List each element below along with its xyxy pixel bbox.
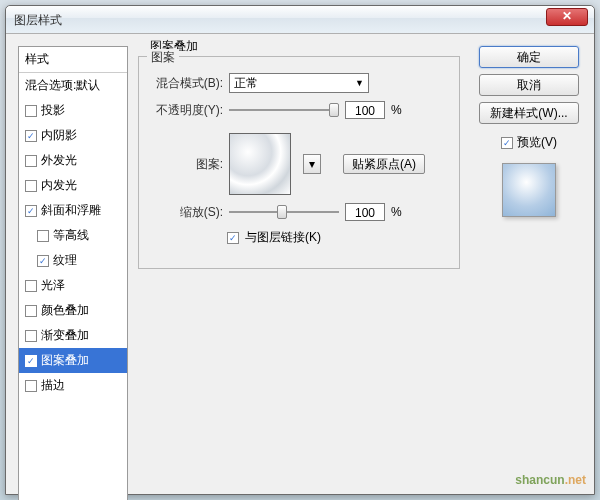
sidebar-header: 样式 — [19, 47, 127, 73]
sidebar-item-7[interactable]: 光泽 — [19, 273, 127, 298]
style-checkbox[interactable] — [37, 230, 49, 242]
sidebar-item-8[interactable]: 颜色叠加 — [19, 298, 127, 323]
sidebar-item-4[interactable]: ✓斜面和浮雕 — [19, 198, 127, 223]
preview-checkbox[interactable]: ✓ — [501, 137, 513, 149]
sidebar-item-1[interactable]: ✓内阴影 — [19, 123, 127, 148]
titlebar[interactable]: 图层样式 ✕ — [6, 6, 594, 34]
style-checkbox[interactable]: ✓ — [25, 205, 37, 217]
style-checkbox[interactable] — [25, 180, 37, 192]
style-checkbox[interactable] — [25, 105, 37, 117]
sidebar-item-0[interactable]: 投影 — [19, 98, 127, 123]
settings-panel: 图案叠加 图案 混合模式(B): 正常 ▼ 不透明度(Y): 100 — [138, 46, 460, 500]
preview-label: 预览(V) — [517, 134, 557, 151]
pattern-label: 图案: — [149, 156, 223, 173]
opacity-row: 不透明度(Y): 100 % — [149, 101, 449, 119]
watermark: shancun.net — [515, 470, 586, 488]
sidebar-item-label: 外发光 — [41, 152, 77, 169]
cancel-button[interactable]: 取消 — [479, 74, 579, 96]
style-checkbox[interactable]: ✓ — [25, 130, 37, 142]
blend-mode-dropdown[interactable]: 正常 ▼ — [229, 73, 369, 93]
right-buttons: 确定 取消 新建样式(W)... ✓ 预览(V) — [476, 46, 582, 217]
sidebar-item-label: 颜色叠加 — [41, 302, 89, 319]
style-checkbox[interactable] — [25, 280, 37, 292]
sidebar-item-label: 内发光 — [41, 177, 77, 194]
sidebar-item-label: 图案叠加 — [41, 352, 89, 369]
dialog-window: 图层样式 ✕ 样式 混合选项:默认 投影✓内阴影外发光内发光✓斜面和浮雕等高线✓… — [5, 5, 595, 495]
snap-origin-button[interactable]: 贴紧原点(A) — [343, 154, 425, 174]
scale-label: 缩放(S): — [149, 204, 223, 221]
sidebar-item-10[interactable]: ✓图案叠加 — [19, 348, 127, 373]
sidebar-item-label: 纹理 — [53, 252, 77, 269]
sidebar-item-2[interactable]: 外发光 — [19, 148, 127, 173]
scale-slider[interactable] — [229, 211, 339, 213]
style-checkbox[interactable]: ✓ — [25, 355, 37, 367]
sidebar-blend-defaults[interactable]: 混合选项:默认 — [19, 73, 127, 98]
sidebar-item-5[interactable]: 等高线 — [19, 223, 127, 248]
ok-button[interactable]: 确定 — [479, 46, 579, 68]
style-checkbox[interactable] — [25, 305, 37, 317]
sidebar-item-label: 渐变叠加 — [41, 327, 89, 344]
style-checkbox[interactable] — [25, 380, 37, 392]
group-legend: 图案 — [147, 49, 179, 66]
sidebar-item-9[interactable]: 渐变叠加 — [19, 323, 127, 348]
styles-sidebar: 样式 混合选项:默认 投影✓内阴影外发光内发光✓斜面和浮雕等高线✓纹理光泽颜色叠… — [18, 46, 128, 500]
blend-mode-row: 混合模式(B): 正常 ▼ — [149, 73, 449, 93]
opacity-slider-thumb[interactable] — [329, 103, 339, 117]
link-label: 与图层链接(K) — [245, 229, 321, 246]
sidebar-item-6[interactable]: ✓纹理 — [19, 248, 127, 273]
link-row: ✓ 与图层链接(K) — [149, 229, 449, 246]
sidebar-item-label: 光泽 — [41, 277, 65, 294]
scale-value[interactable]: 100 — [345, 203, 385, 221]
opacity-label: 不透明度(Y): — [149, 102, 223, 119]
sidebar-item-label: 斜面和浮雕 — [41, 202, 101, 219]
sidebar-item-11[interactable]: 描边 — [19, 373, 127, 398]
sidebar-item-3[interactable]: 内发光 — [19, 173, 127, 198]
pattern-swatch[interactable] — [229, 133, 291, 195]
close-button[interactable]: ✕ — [546, 8, 588, 26]
new-style-button[interactable]: 新建样式(W)... — [479, 102, 579, 124]
opacity-value[interactable]: 100 — [345, 101, 385, 119]
chevron-down-icon: ▼ — [355, 78, 364, 88]
scale-row: 缩放(S): 100 % — [149, 203, 449, 221]
preview-row: ✓ 预览(V) — [501, 134, 557, 151]
sidebar-item-label: 内阴影 — [41, 127, 77, 144]
chevron-down-icon: ▾ — [309, 157, 315, 171]
style-checkbox[interactable] — [25, 330, 37, 342]
dialog-body: 样式 混合选项:默认 投影✓内阴影外发光内发光✓斜面和浮雕等高线✓纹理光泽颜色叠… — [6, 34, 594, 494]
pattern-picker-button[interactable]: ▾ — [303, 154, 321, 174]
preview-swatch — [502, 163, 556, 217]
sidebar-item-label: 等高线 — [53, 227, 89, 244]
pattern-group: 图案 混合模式(B): 正常 ▼ 不透明度(Y): 100 % — [138, 56, 460, 269]
opacity-slider[interactable] — [229, 109, 339, 111]
link-checkbox[interactable]: ✓ — [227, 232, 239, 244]
blend-mode-label: 混合模式(B): — [149, 75, 223, 92]
sidebar-item-label: 投影 — [41, 102, 65, 119]
window-title: 图层样式 — [14, 12, 62, 29]
pattern-row: 图案: ▾ 贴紧原点(A) — [149, 133, 449, 195]
scale-slider-thumb[interactable] — [277, 205, 287, 219]
sidebar-item-label: 描边 — [41, 377, 65, 394]
close-icon: ✕ — [562, 9, 572, 23]
style-checkbox[interactable]: ✓ — [37, 255, 49, 267]
style-checkbox[interactable] — [25, 155, 37, 167]
